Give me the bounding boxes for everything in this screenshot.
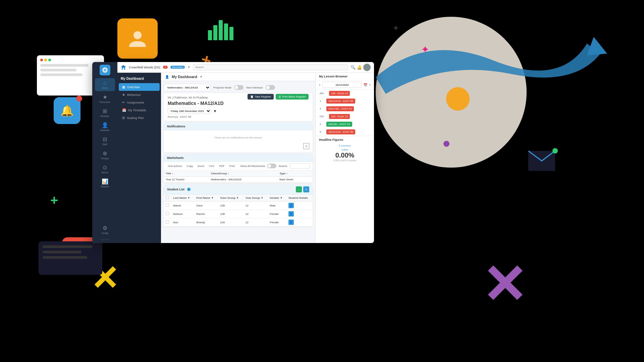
col-first-name: First Name ▼	[195, 194, 218, 201]
nav-item-seating-plan[interactable]: ⊞ Seating Plan	[119, 114, 160, 122]
center-right-layout: 👤 My Dashboard ▼ Mathematics - MA12/A1D …	[161, 73, 374, 243]
new-interface-toggle[interactable]	[266, 85, 275, 90]
topbar-search-icon[interactable]: 🔍	[351, 65, 356, 70]
sidebar-item-favourites[interactable]: ★ Favourites	[95, 92, 115, 105]
csv-button[interactable]: CSV	[208, 164, 216, 168]
sidebar-reports-label: Reports	[101, 185, 109, 188]
period-2-label: 2	[318, 106, 323, 111]
app-window: ⌂ Home ★ Favourites ⊞ Modules 👤 Students…	[92, 62, 374, 243]
print-button[interactable]: Print	[228, 164, 236, 168]
sort-last-name[interactable]: ▼	[187, 196, 190, 199]
student-details-btn-2[interactable]: 👤	[288, 220, 294, 225]
nav-item-overview[interactable]: ▦ Overview	[119, 83, 160, 91]
period-1-wrapper: 1 MA13/A1D - EAST 5B	[316, 97, 374, 105]
orange-circle	[446, 87, 470, 111]
projector-mode-toggle[interactable]	[234, 85, 244, 90]
select-all-checkbox[interactable]	[166, 196, 169, 199]
calendar-nav-icon[interactable]: 📅	[363, 83, 367, 87]
student-export-button[interactable]: ↓	[296, 186, 302, 192]
pm-period-label: PM	[318, 114, 326, 119]
content-with-panel: My Dashboard ▦ Overview ★ Behaviour ✏ As…	[117, 73, 374, 243]
app-logo[interactable]	[100, 65, 110, 75]
nav-item-assignments[interactable]: ✏ Assignments	[119, 99, 160, 106]
lesson-slot-pm[interactable]: 10A - Room 13	[329, 114, 350, 119]
topbar-bell-icon[interactable]: 🔔	[357, 65, 362, 70]
marksheets-toolbar: Grid actions Copy Excel CSV PDF Print Sh…	[164, 162, 313, 171]
sidebar-item-groups[interactable]: ⊕ Groups	[95, 148, 115, 162]
print-register-button[interactable]: 🖨 Print Blank Register	[276, 94, 309, 100]
row-0-checkbox[interactable]	[166, 203, 169, 207]
version-text: 5.22.16.3	[101, 238, 109, 240]
svg-rect-6	[123, 68, 124, 70]
student-row-0[interactable]: Abbott Dave 12B 12 Male 👤	[164, 201, 313, 210]
dropdown-arrow-icon[interactable]: ▼	[187, 66, 190, 69]
show-all-toggle[interactable]	[267, 164, 276, 168]
row-1-checkbox[interactable]	[166, 212, 169, 215]
notification-count-badge: 1	[163, 66, 168, 69]
orange-avatar-card	[117, 18, 158, 59]
student-action-button[interactable]: +	[303, 186, 309, 192]
excel-button[interactable]: Excel	[196, 164, 206, 168]
sort-first-name[interactable]: ▼	[211, 196, 214, 199]
nav-item-timetable[interactable]: 📅 My Timetable	[119, 106, 160, 114]
student-list-actions: ↓ +	[296, 186, 309, 192]
marksheets-search-input[interactable]	[290, 163, 310, 169]
col-checkbox	[164, 194, 171, 201]
lesson-slot-5[interactable]: MA12/A1D - EAST 5B	[326, 129, 355, 134]
lesson-slot-am[interactable]: 10A - Room 13	[329, 91, 350, 96]
sidebar-bottom: ⚙ Config 5.22.16.3	[95, 223, 115, 243]
col-title: Title ↕	[164, 171, 209, 177]
copy-button[interactable]: Copy	[185, 164, 195, 168]
lessons-link[interactable]: 5 Lessons	[316, 143, 374, 148]
magenta-star-decoration: ✦	[421, 44, 429, 55]
sort-icon-class[interactable]: ↕	[228, 172, 229, 175]
sort-icon-type[interactable]: ↕	[286, 172, 288, 175]
topbar-search-input[interactable]	[193, 64, 348, 70]
class-select-dropdown[interactable]: Mathematics - MA12/A1D	[164, 84, 211, 91]
behaviour-icon: ★	[122, 93, 125, 97]
dashboard-dropdown-icon[interactable]: ▼	[200, 75, 203, 78]
new-interface-label: New Interface	[246, 86, 263, 89]
take-register-button[interactable]: 📋 Take Register	[248, 94, 274, 100]
sort-gender[interactable]: ▼	[280, 196, 283, 199]
gender-2: Female	[268, 218, 286, 227]
svg-marker-5	[121, 65, 126, 67]
lesson-slot-1[interactable]: MA13/A1D - EAST 5B	[326, 99, 355, 104]
sidebar-item-reports[interactable]: 📊 Reports	[95, 176, 115, 190]
sort-icon-title[interactable]: ↕	[172, 172, 173, 175]
first-name-0: Dave	[195, 201, 218, 210]
mail-envelope-decoration	[528, 151, 555, 172]
close-notification-button[interactable]: ✕	[303, 143, 309, 149]
grid-actions-button[interactable]: Grid actions	[166, 164, 183, 168]
am-period-label: AM	[318, 91, 326, 96]
sidebar-item-home[interactable]: ⌂ Home	[95, 78, 115, 91]
student-row-1[interactable]: Addison Rachel 12B 12 Female 👤	[164, 210, 313, 218]
seating-label: Seating Plan	[127, 116, 144, 120]
sidebar-item-staff[interactable]: ⊟ Staff	[95, 134, 115, 147]
student-details-btn-1[interactable]: 👤	[288, 211, 294, 217]
sidebar-item-config[interactable]: ⚙ Config	[95, 223, 115, 236]
lesson-slot-4[interactable]: MA1/B1 - EAST S1	[326, 122, 352, 127]
marksheet-class-0: Mathematics - MA12/A1D	[209, 177, 277, 183]
period-4-label: 4	[318, 122, 323, 127]
date-input[interactable]	[322, 82, 362, 88]
no-notifications-text: There are no notifications for this less…	[167, 133, 309, 142]
marksheet-row-0[interactable]: Year 12 Tracker Mathematics - MA12/A1D M…	[164, 177, 313, 183]
pdf-button[interactable]: PDF	[218, 164, 226, 168]
student-row-2[interactable]: Aziz Brandy 12A 12 Female 👤	[164, 218, 313, 227]
sidebar-item-students[interactable]: 👤 Students	[95, 120, 115, 133]
sidebar-item-modules[interactable]: ⊞ Modules	[95, 106, 115, 119]
lesson-slot-2[interactable]: MAG7/B1 - EAST S1	[326, 106, 354, 111]
topbar-avatar[interactable]	[363, 64, 371, 71]
next-date-button[interactable]: ›	[369, 82, 371, 87]
sidebar-item-others[interactable]: ⊙ Others	[95, 162, 115, 176]
date-select-dropdown[interactable]: Friday 16th December 2022	[168, 108, 211, 114]
student-details-btn-0[interactable]: 👤	[288, 203, 294, 208]
prev-date-button[interactable]: ‹	[318, 82, 321, 87]
sidebar-students-label: Students	[100, 129, 110, 131]
nav-item-behaviour[interactable]: ★ Behaviour	[119, 91, 160, 99]
row-2-checkbox[interactable]	[166, 220, 169, 224]
sort-tutor-group[interactable]: ▼	[236, 196, 239, 199]
sort-year-group[interactable]: ▼	[261, 196, 263, 199]
school-icon	[121, 65, 126, 70]
